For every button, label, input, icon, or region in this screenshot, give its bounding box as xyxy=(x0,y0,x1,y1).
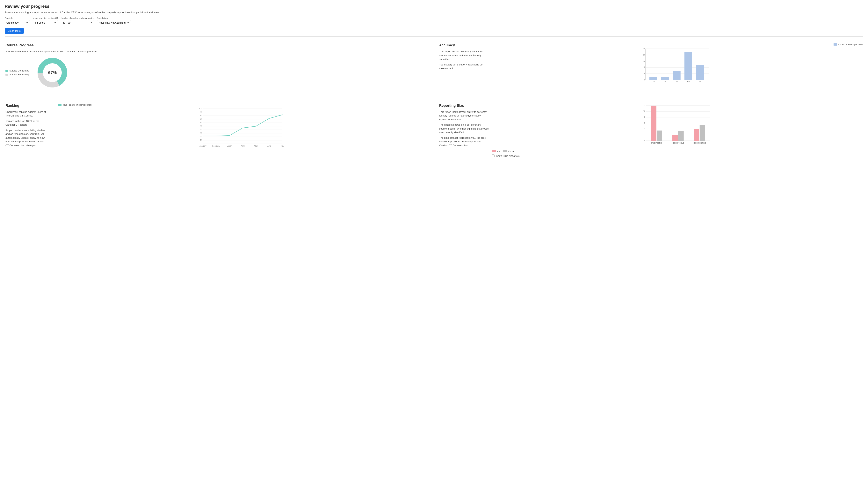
svg-text:10: 10 xyxy=(200,139,203,141)
years-filter-group: Years reporting cardiac CT 4-5 years xyxy=(33,17,58,25)
svg-text:1/4: 1/4 xyxy=(663,81,666,83)
svg-text:0: 0 xyxy=(644,140,645,142)
svg-text:40: 40 xyxy=(200,129,203,131)
accuracy-bar-chart: 25 20 15 10 5 0 0/4 1/4 2/4 xyxy=(488,47,863,86)
accuracy-legend-label: Correct answers per case xyxy=(838,43,862,46)
bottom-panels-row: Ranking Check your ranking against users… xyxy=(5,100,863,161)
clear-filters-button[interactable]: Clear filters xyxy=(5,28,24,34)
accuracy-bar-1 xyxy=(661,77,669,80)
legend-remaining-label: Studies Remaining xyxy=(9,73,29,76)
svg-text:10: 10 xyxy=(643,110,645,112)
accuracy-panel: Accuracy This report shows how many ques… xyxy=(434,39,864,94)
specialty-label: Specialty xyxy=(5,17,30,19)
show-true-negative-checkbox[interactable] xyxy=(492,154,495,157)
studies-label: Number of cardiac studies reported xyxy=(61,17,94,19)
specialty-select[interactable]: Cardiology xyxy=(5,20,30,25)
fn-cohort-bar xyxy=(700,125,705,141)
years-select[interactable]: 4-5 years xyxy=(33,20,58,25)
svg-text:90: 90 xyxy=(200,111,203,113)
page-title: Review your progress xyxy=(5,4,863,9)
accuracy-desc1: This report shows how many questions are… xyxy=(439,50,484,61)
donut-section: Studies Completed Studies Remaining xyxy=(6,55,429,90)
ranking-desc3: As you continue completing studies and a… xyxy=(6,128,48,148)
fp-you-bar xyxy=(672,135,678,141)
bias-legend: You Cohort xyxy=(492,150,863,152)
svg-text:100: 100 xyxy=(199,108,202,110)
bias-title: Reporting Bias xyxy=(439,104,490,108)
svg-text:2/4: 2/4 xyxy=(675,81,678,83)
legend-remaining: Studies Remaining xyxy=(6,73,29,76)
accuracy-bar-2 xyxy=(673,71,680,80)
svg-text:20: 20 xyxy=(642,54,645,56)
svg-text:25: 25 xyxy=(642,48,645,50)
bias-you-label: You xyxy=(497,150,500,152)
svg-text:0: 0 xyxy=(644,79,645,81)
accuracy-bar-0 xyxy=(649,77,657,80)
accuracy-desc2: You usually get 3 out of 4 questions per… xyxy=(439,63,484,70)
svg-text:30: 30 xyxy=(200,132,203,134)
svg-text:True Positive: True Positive xyxy=(651,142,662,144)
bias-you-color xyxy=(492,150,496,152)
completed-color-swatch xyxy=(6,70,8,72)
svg-text:10: 10 xyxy=(642,66,645,68)
accuracy-bar-4 xyxy=(696,65,704,80)
svg-text:4/4: 4/4 xyxy=(699,81,701,83)
bias-desc1: This report looks at your ability to cor… xyxy=(439,110,490,122)
legend-completed-label: Studies Completed xyxy=(9,69,29,72)
svg-text:70: 70 xyxy=(200,118,203,120)
svg-text:60: 60 xyxy=(200,122,203,124)
top-panels-row: Course Progress Your overall number of s… xyxy=(5,39,863,94)
tp-you-bar xyxy=(651,106,656,141)
svg-text:March: March xyxy=(227,145,232,147)
svg-text:April: April xyxy=(241,145,245,147)
donut-chart: 67% xyxy=(35,55,70,90)
bias-info: Reporting Bias This report looks at your… xyxy=(439,104,490,149)
svg-text:15: 15 xyxy=(642,60,645,62)
ranking-desc2: You are in the top 100% of the Cardiact … xyxy=(6,119,48,127)
svg-text:0/4: 0/4 xyxy=(652,81,654,83)
legend-completed: Studies Completed xyxy=(6,69,29,72)
donut-percentage: 67% xyxy=(48,70,56,75)
bias-legend-you: You xyxy=(492,150,500,152)
svg-text:12: 12 xyxy=(643,104,645,107)
ranking-legend: Your Ranking (higher is better) xyxy=(58,104,429,106)
page-subtitle: Assess your standing amongst the entire … xyxy=(5,11,863,14)
course-progress-desc: Your overall number of studies completed… xyxy=(6,50,429,53)
fp-cohort-bar xyxy=(678,131,683,141)
svg-text:6: 6 xyxy=(644,122,645,124)
ranking-panel: Ranking Check your ranking against users… xyxy=(5,100,434,161)
ranking-desc1: Check your ranking against users of The … xyxy=(6,110,48,118)
reporting-bias-panel: Reporting Bias This report looks at your… xyxy=(434,100,864,161)
svg-text:February: February xyxy=(212,145,220,147)
ranking-line-chart: 100 90 80 70 60 50 40 30 20 10 January F… xyxy=(50,107,429,152)
bias-desc2: The dataset shows on a per coronary segm… xyxy=(439,123,490,134)
show-true-negative-label: Show True Negative? xyxy=(496,154,520,158)
filters-row: Specialty Cardiology Years reporting car… xyxy=(5,17,863,25)
specialty-filter-group: Specialty Cardiology xyxy=(5,17,30,25)
svg-text:July: July xyxy=(281,145,284,147)
ranking-legend-label: Your Ranking (higher is better) xyxy=(63,104,92,106)
ranking-line xyxy=(203,115,282,136)
ranking-info: Ranking Check your ranking against users… xyxy=(6,104,48,149)
accuracy-legend-color xyxy=(834,43,837,46)
bias-cohort-color xyxy=(503,150,507,152)
svg-text:8: 8 xyxy=(644,116,645,118)
jurisdiction-label: Jurisdiction xyxy=(97,17,131,19)
course-progress-panel: Course Progress Your overall number of s… xyxy=(5,39,434,94)
reporting-bias-bar-chart: 12 10 8 6 4 2 0 True Positive Fa xyxy=(492,104,863,149)
svg-text:June: June xyxy=(267,145,271,147)
studies-select[interactable]: 50 - 99 xyxy=(61,20,94,25)
bottom-divider xyxy=(5,165,863,165)
fn-you-bar xyxy=(694,129,699,141)
jurisdiction-select[interactable]: Australia / New Zealand xyxy=(97,20,131,25)
show-true-negative-row: Show True Negative? xyxy=(492,154,863,158)
tp-cohort-bar xyxy=(657,131,662,141)
course-progress-title: Course Progress xyxy=(6,43,429,47)
ranking-legend-color xyxy=(58,104,62,106)
donut-legend: Studies Completed Studies Remaining xyxy=(6,69,29,76)
bias-chart-area: 12 10 8 6 4 2 0 True Positive Fa xyxy=(492,104,863,158)
svg-text:January: January xyxy=(199,145,206,147)
remaining-color-swatch xyxy=(6,74,8,76)
svg-text:2: 2 xyxy=(644,134,645,136)
bias-cohort-label: Cohort xyxy=(508,150,515,152)
